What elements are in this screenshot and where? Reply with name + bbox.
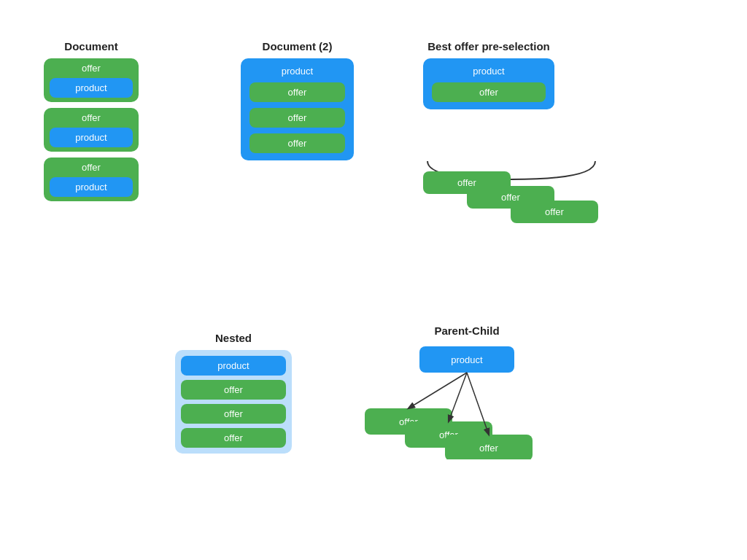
doc-item-2: offer product (44, 158, 139, 201)
nested-inner-1: offer (181, 404, 286, 424)
stacked-offer-2: offer (511, 201, 598, 223)
best-offer-section: Best offer pre-selection product offer (423, 40, 554, 109)
parent-child-svg: product offer offer offer (357, 343, 576, 459)
parent-child-title: Parent-Child (357, 324, 576, 337)
svg-line-8 (409, 373, 467, 408)
nested-title: Nested (175, 332, 292, 344)
diagram-area: Document offer product offer product off… (0, 0, 747, 560)
doc-item-0: offer product (44, 58, 139, 102)
doc-inner-2: product (50, 177, 133, 197)
nested-inner-0: offer (181, 380, 286, 400)
best-offer-box: product offer (423, 58, 554, 109)
doc-item-1: offer product (44, 108, 139, 152)
doc2-inner-0: offer (249, 82, 345, 102)
best-offer-title: Best offer pre-selection (423, 40, 554, 52)
document-title: Document (44, 40, 139, 52)
nested-section: Nested product offer offer offer (175, 332, 292, 454)
svg-text:offer: offer (479, 443, 498, 454)
document2-title: Document (2) (241, 40, 354, 52)
best-inner: offer (432, 82, 546, 102)
document2-box: product offer offer offer (241, 58, 354, 160)
svg-line-9 (449, 373, 467, 421)
document2-section: Document (2) product offer offer offer (241, 40, 354, 160)
doc2-inner-2: offer (249, 133, 345, 153)
best-outer-label: product (473, 66, 504, 77)
doc-inner-1: product (50, 128, 133, 147)
doc-outer-label-0: offer (82, 63, 101, 74)
doc-outer-label-1: offer (82, 112, 101, 123)
nested-inner-2: offer (181, 428, 286, 448)
doc-inner-0: product (50, 78, 133, 98)
doc2-outer-label: product (282, 66, 313, 77)
parent-child-section: Parent-Child product offer offer offer (357, 324, 576, 462)
svg-text:product: product (451, 354, 483, 365)
doc2-inner-1: offer (249, 108, 345, 128)
doc-outer-label-2: offer (82, 162, 101, 173)
nested-outer: product (181, 356, 286, 376)
nested-box: product offer offer offer (175, 350, 292, 454)
document-stack: offer product offer product offer produc… (44, 58, 139, 201)
document-section: Document offer product offer product off… (44, 40, 139, 201)
